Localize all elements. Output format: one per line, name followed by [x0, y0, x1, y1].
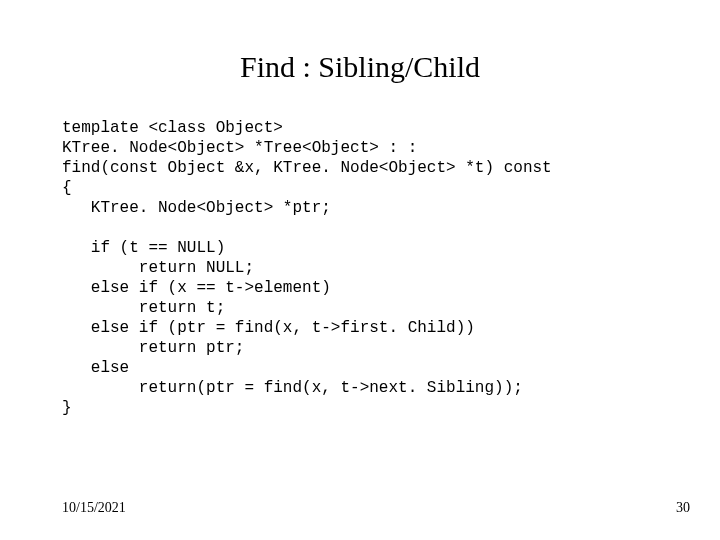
code-block: template <class Object> KTree. Node<Obje…	[62, 118, 552, 418]
slide-title: Find : Sibling/Child	[0, 50, 720, 84]
footer-date: 10/15/2021	[62, 500, 126, 516]
footer-page-number: 30	[676, 500, 690, 516]
slide: Find : Sibling/Child template <class Obj…	[0, 0, 720, 540]
